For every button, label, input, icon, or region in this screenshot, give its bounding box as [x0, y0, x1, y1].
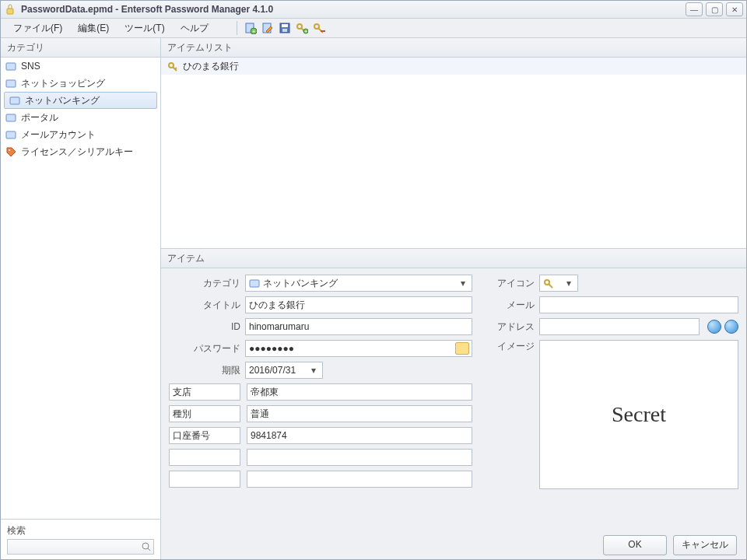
menubar: ファイル(F) 編集(E) ツール(T) ヘルプ + +: [1, 19, 746, 38]
minimize-button[interactable]: —: [686, 2, 703, 16]
password-input[interactable]: [245, 340, 472, 357]
menu-help[interactable]: ヘルプ: [173, 19, 216, 37]
svg-rect-22: [250, 280, 259, 287]
detail-body: カテゴリ ネットバンキング ▾ タイトル: [161, 268, 746, 531]
ok-button[interactable]: OK: [603, 535, 667, 555]
category-item-portal[interactable]: ポータル: [1, 109, 160, 126]
svg-rect-1: [7, 9, 13, 14]
svg-rect-16: [10, 97, 19, 104]
svg-rect-18: [6, 131, 16, 138]
tag-icon: [5, 146, 16, 157]
id-input[interactable]: [245, 318, 472, 335]
custom-value-2[interactable]: [247, 427, 472, 444]
main: アイテムリスト ひのまる銀行 アイテム カテゴリ: [161, 38, 746, 559]
label-id: ID: [169, 321, 240, 332]
search-input[interactable]: [9, 541, 141, 553]
custom-value-0[interactable]: [247, 383, 472, 401]
toolbar-db-new-icon[interactable]: +: [242, 20, 259, 36]
toolbar-key-remove-icon[interactable]: [310, 20, 328, 36]
folder-icon: [9, 95, 20, 106]
body: カテゴリ SNS ネットショッピング ネットバンキング ポータル: [1, 38, 746, 559]
detail-panel: アイテム カテゴリ ネットバンキング ▾: [161, 249, 746, 559]
category-label: ネットショッピング: [21, 77, 105, 90]
toolbar-db-edit-icon[interactable]: [259, 20, 276, 36]
item-row[interactable]: ひのまる銀行: [161, 58, 746, 75]
cancel-button[interactable]: キャンセル: [673, 535, 737, 555]
image-preview[interactable]: Secret: [539, 340, 738, 489]
custom-name-4[interactable]: [169, 471, 240, 488]
label-icon: アイコン: [488, 277, 535, 290]
search-label: 検索: [7, 524, 154, 537]
window-title: PasswordData.epmd - Entersoft Password M…: [21, 4, 686, 15]
key-icon: [543, 278, 554, 289]
category-item-netbanking[interactable]: ネットバンキング: [4, 92, 157, 109]
svg-rect-13: [321, 30, 325, 32]
category-label: ネットバンキング: [25, 94, 100, 107]
svg-rect-17: [6, 114, 16, 121]
svg-rect-7: [282, 24, 288, 27]
search-panel: 検索: [1, 519, 160, 559]
toolbar-db-save-icon[interactable]: [276, 20, 293, 36]
expire-value: 2016/07/31: [249, 365, 296, 376]
svg-text:+: +: [251, 28, 255, 34]
category-item-mailaccount[interactable]: メールアカウント: [1, 126, 160, 143]
category-item-sns[interactable]: SNS: [1, 58, 160, 75]
image-text: Secret: [612, 402, 666, 427]
maximize-button[interactable]: ▢: [706, 2, 723, 16]
svg-point-19: [9, 149, 10, 151]
toolbar-key-add-icon[interactable]: +: [293, 20, 310, 36]
category-item-netshopping[interactable]: ネットショッピング: [1, 75, 160, 92]
chevron-down-icon: ▾: [308, 365, 319, 376]
menu-tool[interactable]: ツール(T): [117, 19, 172, 37]
category-label: メールアカウント: [21, 128, 96, 142]
category-select[interactable]: ネットバンキング ▾: [245, 275, 472, 292]
custom-value-3[interactable]: [247, 449, 472, 466]
label-image: イメージ: [488, 340, 535, 353]
sidebar-header: カテゴリ: [1, 38, 160, 58]
folder-icon: [5, 129, 16, 140]
password-reveal-icon[interactable]: [455, 342, 469, 355]
custom-name-0[interactable]: [169, 383, 240, 401]
folder-icon: [249, 278, 260, 289]
app-window: PasswordData.epmd - Entersoft Password M…: [0, 0, 747, 560]
chevron-down-icon: ▾: [563, 278, 574, 289]
svg-text:+: +: [304, 29, 307, 34]
custom-value-1[interactable]: [247, 405, 472, 422]
custom-name-3[interactable]: [169, 449, 240, 466]
key-icon: [167, 61, 178, 72]
close-button[interactable]: ✕: [726, 2, 743, 16]
menu-file[interactable]: ファイル(F): [5, 19, 70, 37]
svg-rect-8: [282, 29, 287, 32]
item-list-panel: アイテムリスト ひのまる銀行: [161, 38, 746, 249]
address-input[interactable]: [539, 318, 700, 335]
icon-select[interactable]: ▾: [539, 275, 578, 292]
search-input-wrap: [7, 539, 154, 555]
category-list: SNS ネットショッピング ネットバンキング ポータル メールアカウント: [1, 58, 160, 519]
label-password: パスワード: [169, 342, 240, 355]
label-address: アドレス: [488, 320, 535, 334]
app-icon: [4, 3, 16, 16]
label-expire: 期限: [169, 364, 240, 377]
sidebar: カテゴリ SNS ネットショッピング ネットバンキング ポータル: [1, 38, 161, 559]
label-mail: メール: [488, 299, 535, 312]
window-controls: — ▢ ✕: [686, 2, 743, 16]
item-list-header: アイテムリスト: [161, 38, 746, 58]
globe-open-icon[interactable]: [707, 320, 721, 334]
category-label: ポータル: [21, 111, 58, 124]
category-item-license[interactable]: ライセンス／シリアルキー: [1, 143, 160, 160]
toolbar-separator: [237, 21, 237, 35]
item-row-label: ひのまる銀行: [183, 60, 239, 73]
titlebar: PasswordData.epmd - Entersoft Password M…: [1, 1, 746, 19]
globe-search-icon[interactable]: [724, 320, 738, 334]
custom-name-2[interactable]: [169, 427, 240, 444]
category-select-value: ネットバンキング: [263, 277, 338, 290]
custom-value-4[interactable]: [247, 471, 472, 488]
svg-rect-14: [6, 63, 16, 70]
mail-input[interactable]: [539, 296, 738, 313]
custom-name-1[interactable]: [169, 405, 240, 422]
title-input[interactable]: [245, 296, 472, 313]
expire-date-picker[interactable]: 2016/07/31 ▾: [245, 362, 323, 379]
search-icon[interactable]: [141, 541, 152, 552]
menu-edit[interactable]: 編集(E): [70, 19, 117, 37]
chevron-down-icon: ▾: [458, 278, 468, 289]
